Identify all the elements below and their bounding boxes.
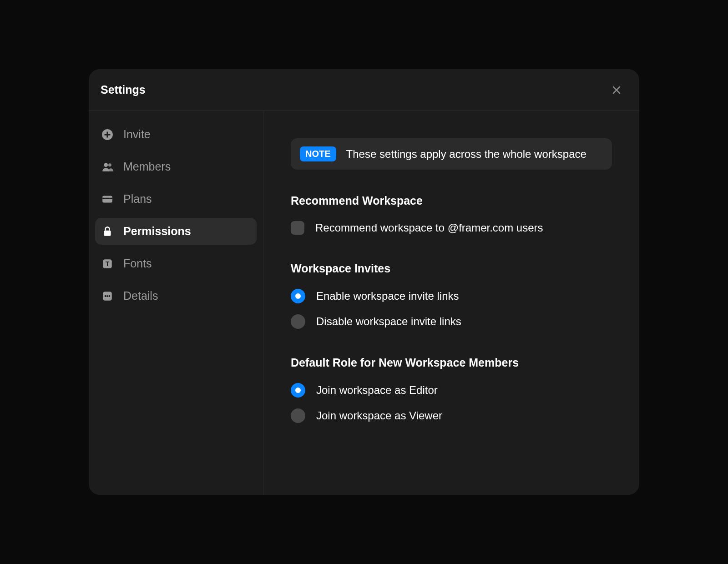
sidebar-item-label: Permissions [123,225,191,238]
svg-rect-9 [104,230,111,236]
section-recommend: Recommend Workspace Recommend workspace … [291,194,612,235]
svg-point-14 [106,295,108,297]
settings-content: NOTE These settings apply across the who… [263,111,639,495]
section-title: Default Role for New Workspace Members [291,356,612,369]
option-label: Join workspace as Editor [316,384,438,397]
radio-enable-invites[interactable]: Enable workspace invite links [291,289,612,303]
radio-icon [291,314,305,329]
font-icon: T [101,258,113,270]
svg-text:T: T [106,260,110,267]
modal-header: Settings [89,69,639,111]
radio-join-viewer[interactable]: Join workspace as Viewer [291,408,612,423]
option-label: Disable workspace invite links [316,315,461,328]
modal-title: Settings [101,83,146,96]
svg-point-15 [108,295,110,297]
sidebar-item-label: Fonts [123,257,152,270]
option-label: Enable workspace invite links [316,290,459,302]
svg-rect-8 [102,197,112,199]
checkbox-icon [291,221,304,235]
radio-join-editor[interactable]: Join workspace as Editor [291,383,612,398]
sidebar-item-fonts[interactable]: T Fonts [95,250,257,277]
svg-point-13 [105,295,106,297]
sidebar-item-details[interactable]: Details [95,282,257,309]
close-button[interactable] [609,83,624,97]
sidebar-item-permissions[interactable]: Permissions [95,218,257,245]
plus-circle-icon [101,129,113,141]
settings-modal: Settings Invite Members [89,69,639,495]
people-icon [101,161,113,173]
sidebar-item-plans[interactable]: Plans [95,186,257,212]
close-icon [612,86,621,95]
sidebar-item-invite[interactable]: Invite [95,121,257,148]
radio-disable-invites[interactable]: Disable workspace invite links [291,314,612,329]
sidebar-item-label: Plans [123,192,152,206]
note-banner: NOTE These settings apply across the who… [291,138,612,170]
note-badge: NOTE [300,146,336,161]
radio-icon [291,289,305,303]
svg-rect-4 [105,134,111,135]
sidebar-item-label: Invite [123,128,151,141]
lock-icon [101,226,113,237]
svg-point-6 [108,163,111,166]
svg-point-5 [104,163,108,167]
recommend-checkbox-row[interactable]: Recommend workspace to @framer.com users [291,221,612,235]
section-default-role: Default Role for New Workspace Members J… [291,356,612,423]
modal-body: Invite Members Plans Permissions [89,111,639,495]
option-label: Join workspace as Viewer [316,409,442,422]
ellipsis-icon [101,290,113,302]
section-title: Workspace Invites [291,262,612,275]
card-icon [101,193,113,205]
note-text: These settings apply across the whole wo… [346,148,586,161]
radio-icon [291,408,305,423]
section-title: Recommend Workspace [291,194,612,207]
radio-icon [291,383,305,398]
sidebar-item-label: Members [123,160,171,173]
settings-sidebar: Invite Members Plans Permissions [89,111,263,495]
sidebar-item-label: Details [123,289,158,302]
sidebar-item-members[interactable]: Members [95,153,257,180]
section-invites: Workspace Invites Enable workspace invit… [291,262,612,329]
option-label: Recommend workspace to @framer.com users [315,222,543,234]
